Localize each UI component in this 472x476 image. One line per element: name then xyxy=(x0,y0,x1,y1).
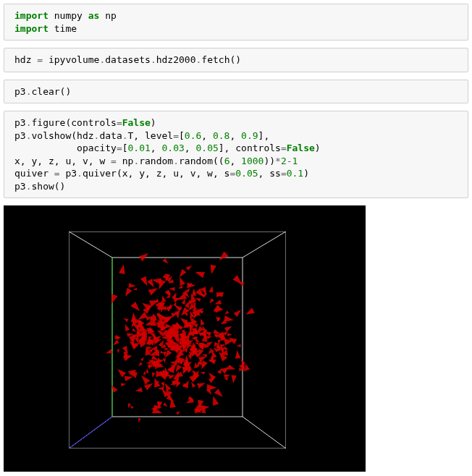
svg-marker-36 xyxy=(119,264,127,275)
output-visualization[interactable] xyxy=(4,205,468,472)
svg-marker-74 xyxy=(138,362,143,367)
code-line: p3.figure(controls=False) xyxy=(14,116,458,129)
svg-marker-362 xyxy=(123,323,130,331)
svg-marker-297 xyxy=(177,276,185,286)
svg-marker-119 xyxy=(139,373,150,385)
svg-line-3 xyxy=(243,231,286,258)
svg-marker-208 xyxy=(197,381,206,388)
svg-marker-299 xyxy=(217,252,229,263)
svg-marker-387 xyxy=(164,347,169,351)
svg-marker-94 xyxy=(111,340,119,347)
svg-marker-78 xyxy=(151,377,160,388)
svg-marker-90 xyxy=(177,269,187,279)
svg-marker-142 xyxy=(127,404,131,409)
svg-marker-310 xyxy=(143,371,146,375)
svg-marker-329 xyxy=(231,375,237,384)
svg-marker-335 xyxy=(130,302,142,313)
svg-marker-8 xyxy=(132,288,137,292)
svg-marker-155 xyxy=(227,365,236,373)
svg-marker-184 xyxy=(109,294,117,305)
svg-marker-97 xyxy=(224,311,229,316)
code-line: opacity=[0.01, 0.03, 0.05], controls=Fal… xyxy=(14,142,458,155)
svg-marker-242 xyxy=(174,311,180,319)
svg-marker-171 xyxy=(210,395,219,406)
svg-marker-314 xyxy=(208,265,216,275)
svg-marker-340 xyxy=(144,320,153,328)
svg-marker-389 xyxy=(117,349,119,353)
svg-marker-250 xyxy=(109,384,118,393)
svg-marker-98 xyxy=(163,403,169,409)
code-line: hdz = ipyvolume.datasets.hdz2000.fetch() xyxy=(14,54,458,67)
svg-marker-194 xyxy=(214,389,225,399)
svg-marker-298 xyxy=(156,358,165,365)
svg-marker-51 xyxy=(122,317,128,322)
svg-marker-253 xyxy=(116,367,127,378)
svg-line-2 xyxy=(69,231,112,258)
code-line: p3.volshow(hdz.data.T, level=[0.6, 0.8, … xyxy=(14,129,458,143)
svg-marker-336 xyxy=(244,308,254,318)
svg-marker-138 xyxy=(163,258,170,265)
svg-marker-185 xyxy=(199,318,205,326)
svg-marker-283 xyxy=(132,328,137,333)
svg-marker-281 xyxy=(207,384,217,391)
code-line: import time xyxy=(14,22,458,35)
svg-marker-139 xyxy=(169,287,174,292)
svg-line-7 xyxy=(69,417,112,449)
svg-marker-110 xyxy=(105,349,112,356)
svg-marker-170 xyxy=(140,357,145,362)
svg-marker-268 xyxy=(234,308,243,318)
svg-marker-215 xyxy=(123,288,132,298)
svg-marker-128 xyxy=(236,344,241,348)
cell-main[interactable]: p3.figure(controls=False)p3.volshow(hdz.… xyxy=(4,111,468,198)
svg-marker-344 xyxy=(227,333,232,336)
code-line: p3.clear() xyxy=(14,85,458,98)
svg-marker-256 xyxy=(177,286,182,290)
svg-marker-55 xyxy=(176,410,181,415)
svg-marker-95 xyxy=(151,373,155,378)
svg-marker-246 xyxy=(224,324,233,332)
code-line: quiver = p3.quiver(x, y, z, u, v, w, s=0… xyxy=(14,167,458,180)
svg-marker-103 xyxy=(138,418,141,422)
svg-marker-236 xyxy=(146,369,149,374)
svg-marker-82 xyxy=(186,264,193,271)
cell-imports[interactable]: import numpy as npimport time xyxy=(4,4,468,41)
code-line: import numpy as np xyxy=(14,9,458,22)
code-line: x, y, z, u, v, w = np.random.random((6, … xyxy=(14,155,458,168)
svg-marker-219 xyxy=(135,388,143,394)
svg-marker-124 xyxy=(235,350,241,359)
svg-marker-355 xyxy=(139,251,151,262)
cell-fetch[interactable]: hdz = ipyvolume.datasets.hdz2000.fetch() xyxy=(4,48,468,72)
code-line: p3.show() xyxy=(14,180,458,193)
wireframe-cube-icon xyxy=(69,231,286,449)
svg-marker-352 xyxy=(121,383,127,387)
cell-clear[interactable]: p3.clear() xyxy=(4,80,468,104)
svg-marker-376 xyxy=(163,359,167,364)
svg-marker-353 xyxy=(146,362,150,365)
svg-marker-161 xyxy=(200,371,205,375)
svg-marker-318 xyxy=(209,286,215,293)
svg-marker-67 xyxy=(161,295,167,302)
svg-line-5 xyxy=(243,417,286,449)
quiver-plot-3d[interactable] xyxy=(4,205,366,472)
svg-marker-93 xyxy=(208,299,214,305)
svg-marker-322 xyxy=(194,269,205,279)
svg-marker-373 xyxy=(129,284,137,289)
